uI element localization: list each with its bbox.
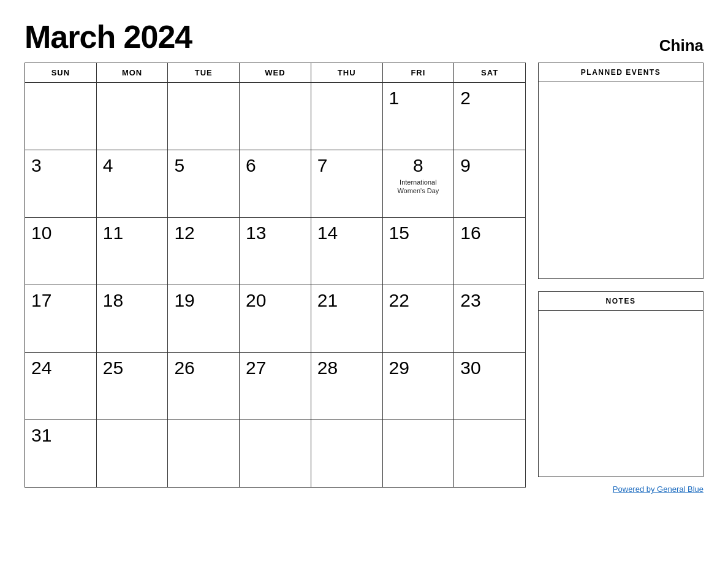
- holiday-text: International Women's Day: [389, 178, 448, 196]
- day-number: 19: [174, 290, 194, 310]
- day-cell-content: 15: [389, 223, 448, 243]
- calendar-day-cell: 20: [240, 285, 311, 353]
- calendar-day-header: MON: [96, 63, 168, 83]
- day-number: 20: [246, 290, 266, 310]
- day-cell-content: 23: [460, 290, 519, 310]
- day-cell-content: 25: [103, 358, 162, 378]
- notes-box: NOTES: [538, 291, 703, 477]
- day-cell-content: 11: [103, 223, 162, 243]
- calendar-week-row: 345678International Women's Day9: [25, 150, 526, 218]
- calendar-day-cell: 2: [454, 83, 526, 150]
- calendar-day-cell: [454, 420, 526, 488]
- calendar-header-row: SUNMONTUEWEDTHUFRISAT: [25, 63, 526, 83]
- calendar-week-row: 31: [25, 420, 526, 488]
- calendar-day-cell: 11: [96, 218, 168, 285]
- powered-by-link[interactable]: Powered by General Blue: [613, 484, 703, 494]
- calendar-day-header: THU: [311, 63, 382, 83]
- calendar-day-cell: 7: [311, 150, 382, 218]
- calendar-day-cell: 6: [240, 150, 311, 218]
- calendar-day-cell: 9: [454, 150, 526, 218]
- day-number: 13: [246, 223, 266, 243]
- day-number: 24: [31, 358, 51, 378]
- calendar-day-cell: 12: [168, 218, 240, 285]
- calendar-table: SUNMONTUEWEDTHUFRISAT 12345678Internatio…: [25, 63, 526, 488]
- day-number: 14: [317, 223, 338, 243]
- calendar-day-cell: 3: [25, 150, 97, 218]
- day-cell-content: 1: [389, 88, 448, 108]
- day-cell-content: 31: [31, 425, 90, 445]
- day-cell-content: 12: [174, 223, 233, 243]
- calendar-week-row: 12: [25, 83, 526, 150]
- calendar-day-header: WED: [240, 63, 311, 83]
- calendar-day-cell: [311, 83, 382, 150]
- calendar-week-row: 17181920212223: [25, 285, 526, 353]
- calendar-day-cell: 18: [96, 285, 168, 353]
- calendar-day-cell: 29: [382, 353, 454, 420]
- day-number: 22: [389, 290, 409, 310]
- calendar-day-header: SUN: [25, 63, 97, 83]
- day-number: 12: [174, 223, 194, 243]
- planned-events-box: PLANNED EVENTS: [538, 63, 703, 279]
- day-cell-content: 20: [246, 290, 305, 310]
- day-number: 23: [460, 290, 480, 310]
- day-number: 4: [103, 155, 113, 175]
- calendar-day-cell: 14: [311, 218, 382, 285]
- day-number: 27: [246, 358, 266, 378]
- day-cell-content: 8International Women's Day: [389, 155, 448, 196]
- calendar-day-cell: [25, 83, 97, 150]
- day-cell-content: 14: [317, 223, 376, 243]
- day-number: 21: [317, 290, 338, 310]
- calendar-day-cell: 31: [25, 420, 97, 488]
- day-cell-content: 21: [317, 290, 376, 310]
- calendar-day-cell: [96, 420, 168, 488]
- day-cell-content: 5: [174, 155, 233, 175]
- day-cell-content: 18: [103, 290, 162, 310]
- page-header: March 2024 China: [25, 18, 703, 55]
- calendar-day-cell: [240, 420, 311, 488]
- day-number: 16: [460, 223, 480, 243]
- day-number: 28: [317, 358, 338, 378]
- calendar-day-cell: 16: [454, 218, 526, 285]
- calendar-week-row: 10111213141516: [25, 218, 526, 285]
- calendar-day-cell: [311, 420, 382, 488]
- calendar-section: SUNMONTUEWEDTHUFRISAT 12345678Internatio…: [25, 63, 526, 494]
- month-title: March 2024: [25, 18, 192, 55]
- day-cell-content: 28: [317, 358, 376, 378]
- day-cell-content: 29: [389, 358, 448, 378]
- day-number: 17: [31, 290, 51, 310]
- day-number: 2: [460, 88, 471, 108]
- calendar-day-cell: 22: [382, 285, 454, 353]
- day-cell-content: 2: [460, 88, 519, 108]
- day-number: 7: [317, 155, 328, 175]
- day-cell-content: 7: [317, 155, 376, 175]
- day-cell-content: 30: [460, 358, 519, 378]
- day-number: 8: [413, 155, 423, 175]
- calendar-day-cell: 23: [454, 285, 526, 353]
- day-cell-content: 22: [389, 290, 448, 310]
- country-title: China: [659, 36, 703, 55]
- day-cell-content: 24: [31, 358, 90, 378]
- day-number: 29: [389, 358, 409, 378]
- day-number: 1: [389, 88, 400, 108]
- day-cell-content: 3: [31, 155, 90, 175]
- notes-body: [539, 311, 703, 477]
- calendar-day-cell: 10: [25, 218, 97, 285]
- day-cell-content: 4: [103, 155, 162, 175]
- day-number: 5: [174, 155, 184, 175]
- calendar-day-cell: 5: [168, 150, 240, 218]
- calendar-day-cell: 21: [311, 285, 382, 353]
- calendar-day-header: SAT: [454, 63, 526, 83]
- day-cell-content: 9: [460, 155, 519, 175]
- day-cell-content: 10: [31, 223, 90, 243]
- main-layout: SUNMONTUEWEDTHUFRISAT 12345678Internatio…: [25, 63, 703, 494]
- calendar-day-cell: [96, 83, 168, 150]
- day-number: 15: [389, 223, 409, 243]
- footer: Powered by General Blue: [538, 483, 703, 494]
- calendar-day-header: TUE: [168, 63, 240, 83]
- calendar-day-cell: 15: [382, 218, 454, 285]
- calendar-day-cell: [240, 83, 311, 150]
- day-cell-content: 26: [174, 358, 233, 378]
- day-cell-content: 27: [246, 358, 305, 378]
- day-number: 18: [103, 290, 123, 310]
- calendar-day-cell: 24: [25, 353, 97, 420]
